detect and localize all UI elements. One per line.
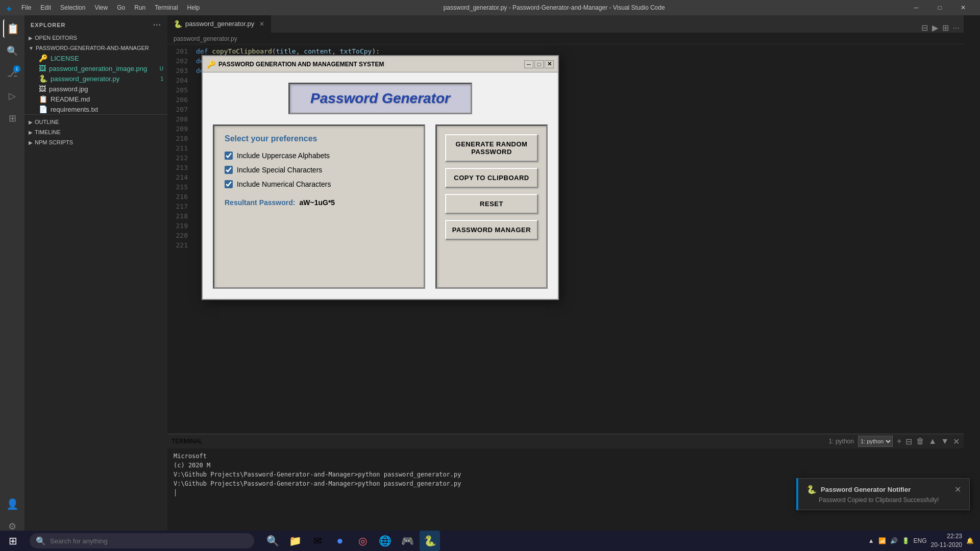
project-section[interactable]: ▼ PASSWORD-GENERATOR-AND-MANAGER: [24, 43, 167, 53]
menu-view[interactable]: View: [90, 3, 112, 12]
close-terminal-icon[interactable]: ✕: [953, 437, 960, 446]
special-chars-checkbox[interactable]: [225, 166, 233, 174]
taskbar-files[interactable]: 📁: [285, 531, 305, 551]
tab-close-icon[interactable]: ✕: [259, 20, 264, 28]
sidebar: EXPLORER ··· ▶ OPEN EDITORS ▼ PASSWORD-G…: [24, 15, 167, 536]
taskbar-python-app[interactable]: 🐍: [420, 531, 440, 551]
terminal-tab[interactable]: TERMINAL: [172, 438, 203, 445]
maximize-button[interactable]: □: [928, 0, 951, 15]
taskbar-cortana[interactable]: 🔍: [262, 531, 283, 551]
menu-selection[interactable]: Selection: [56, 3, 89, 12]
reset-button[interactable]: RESET: [445, 194, 538, 214]
notification-body: Password Copied to Clipboard Successfull…: [806, 496, 961, 504]
play-icon[interactable]: ▶: [932, 23, 938, 33]
file-icon: 🖼: [39, 64, 46, 72]
section-arrow-icon: ▶: [29, 35, 33, 41]
copy-clipboard-button[interactable]: COPY TO CLIPBOARD: [445, 168, 538, 188]
open-editors-section[interactable]: ▶ OPEN EDITORS: [24, 33, 167, 43]
sidebar-menu-icon[interactable]: ···: [153, 20, 161, 30]
file-png[interactable]: 🖼 password_generation_image.png U: [24, 63, 167, 73]
taskbar-network-icon[interactable]: 📶: [878, 537, 886, 544]
generate-button[interactable]: GENERATE RANDOM PASSWORD: [445, 134, 538, 162]
more-options-icon[interactable]: ⊞: [942, 23, 949, 33]
timeline-label: TIMELINE: [35, 129, 61, 135]
scm-badge: 1: [13, 65, 20, 72]
password-manager-button[interactable]: PASSWORD MANAGER: [445, 220, 538, 240]
taskbar-mail[interactable]: ✉: [307, 531, 328, 551]
notification-python-icon: 🐍: [806, 485, 817, 494]
taskbar-lang[interactable]: ENG: [914, 537, 927, 544]
vscode-logo-icon: ✦: [5, 4, 13, 12]
special-chars-label: Include Special Characters: [237, 166, 322, 174]
file-name: password_generation_image.png: [49, 65, 147, 72]
file-icon: 🐍: [39, 74, 47, 83]
menu-file[interactable]: File: [17, 3, 35, 12]
taskbar: ⊞ 🔍 🔍 📁 ✉ ● ◎ 🌐 🎮 🐍 ▲ 📶 🔊 🔋 ENG 22:23 20…: [0, 531, 980, 551]
numerical-checkbox[interactable]: [225, 180, 233, 188]
modal-title-text: PASSWORD GENERATION AND MANAGEMENT SYSTE…: [218, 61, 384, 68]
add-terminal-icon[interactable]: +: [897, 437, 901, 446]
menu-terminal[interactable]: Terminal: [151, 3, 182, 12]
file-jpg[interactable]: 🖼 password.jpg: [24, 84, 167, 94]
breadcrumb-file[interactable]: password_generator.py: [174, 35, 237, 42]
chevron-down-icon[interactable]: ▼: [941, 437, 949, 446]
modal-maximize-button[interactable]: □: [534, 60, 544, 68]
menu-edit[interactable]: Edit: [36, 3, 55, 12]
account-activity-icon[interactable]: 👤: [3, 495, 21, 513]
modal-body: Password Generator Select your preferenc…: [203, 72, 558, 299]
explorer-activity-icon[interactable]: 📋: [3, 19, 21, 38]
modal-minimize-button[interactable]: ─: [524, 60, 533, 68]
npm-arrow-icon: ▶: [29, 140, 33, 145]
minimize-button[interactable]: ─: [904, 0, 928, 15]
menu-run[interactable]: Run: [130, 3, 150, 12]
source-control-activity-icon[interactable]: ⎇ 1: [3, 64, 21, 83]
menu-help[interactable]: Help: [183, 3, 204, 12]
taskbar-clock[interactable]: 22:23 20-11-2020: [931, 532, 962, 549]
taskbar-up-arrow-icon[interactable]: ▲: [868, 537, 874, 544]
active-tab[interactable]: 🐍 password_generator.py ✕: [167, 15, 271, 33]
taskbar-chrome[interactable]: ●: [330, 531, 350, 551]
taskbar-notification-icon[interactable]: 🔔: [966, 537, 974, 544]
tab-label: password_generator.py: [185, 20, 254, 28]
chevron-up-icon[interactable]: ▲: [928, 437, 937, 446]
preferences-title: Select your preferences: [225, 134, 413, 143]
split-editor-icon[interactable]: ⊟: [921, 23, 928, 33]
file-py[interactable]: 🐍 password_generator.py 1: [24, 73, 167, 84]
modal-titlebar: 🔑 PASSWORD GENERATION AND MANAGEMENT SYS…: [203, 56, 558, 72]
taskbar-volume-icon[interactable]: 🔊: [890, 537, 898, 544]
close-button[interactable]: ✕: [951, 0, 975, 15]
taskbar-search-input[interactable]: [50, 537, 248, 545]
numerical-checkbox-row: Include Numerical Characters: [225, 180, 413, 188]
split-terminal-icon[interactable]: ⊟: [905, 437, 912, 446]
file-license[interactable]: 🔑 LICENSE: [24, 53, 167, 63]
file-readme[interactable]: 📋 README.md: [24, 94, 167, 104]
timeline-section[interactable]: ▶ TIMELINE: [24, 127, 167, 137]
search-activity-icon[interactable]: 🔍: [3, 42, 21, 60]
npm-label: NPM SCRIPTS: [35, 139, 73, 145]
clock-date: 20-11-2020: [931, 541, 962, 549]
extensions-activity-icon[interactable]: ⊞: [3, 109, 21, 128]
taskbar-search-container[interactable]: 🔍: [30, 533, 254, 548]
outline-section[interactable]: ▶ OUTLINE: [24, 117, 167, 127]
menu-go[interactable]: Go: [113, 3, 129, 12]
run-activity-icon[interactable]: ▷: [3, 87, 21, 105]
taskbar-app3[interactable]: 🎮: [397, 531, 418, 551]
taskbar-app2[interactable]: ◎: [352, 531, 373, 551]
notification-close-button[interactable]: ✕: [954, 485, 961, 494]
special-chars-checkbox-row: Include Special Characters: [225, 166, 413, 174]
project-section-label: PASSWORD-GENERATOR-AND-MANAGER: [36, 45, 149, 51]
start-button[interactable]: ⊞: [0, 531, 26, 551]
modal-close-button[interactable]: ✕: [545, 60, 554, 68]
taskbar-edge[interactable]: 🌐: [375, 531, 395, 551]
uppercase-checkbox[interactable]: [225, 152, 233, 160]
file-requirements[interactable]: 📄 requirements.txt: [24, 104, 167, 114]
uppercase-checkbox-row: Include Uppercase Alphabets: [225, 152, 413, 160]
overflow-icon[interactable]: ···: [953, 23, 960, 33]
trash-terminal-icon[interactable]: 🗑: [916, 437, 924, 446]
file-icon: 📄: [39, 105, 47, 113]
npm-section[interactable]: ▶ NPM SCRIPTS: [24, 137, 167, 147]
activity-bar: 📋 🔍 ⎇ 1 ▷ ⊞ 👤 ⚙: [0, 15, 24, 536]
password-generator-title: Password Generator: [310, 90, 450, 107]
python-version-select[interactable]: 1: python: [858, 436, 893, 447]
taskbar-battery-icon[interactable]: 🔋: [902, 537, 910, 544]
